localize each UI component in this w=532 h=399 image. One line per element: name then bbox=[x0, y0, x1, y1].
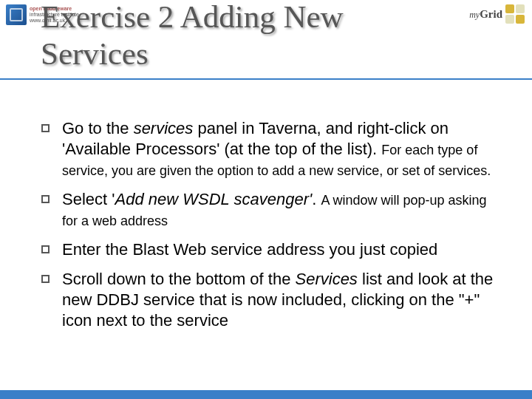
text-italic: services bbox=[134, 119, 194, 137]
grid-icon bbox=[505, 4, 525, 24]
mygrid-my: my bbox=[469, 10, 480, 20]
text: Go to the bbox=[62, 119, 134, 137]
cube-icon bbox=[6, 4, 27, 25]
mygrid-logo: myGrid bbox=[469, 4, 525, 24]
slide: { "header": { "title": "Exercise 2 Addin… bbox=[0, 0, 532, 399]
bullet-4: Scroll down to the bottom of the Service… bbox=[37, 269, 502, 331]
title-rule bbox=[0, 78, 532, 80]
text: Enter the Blast Web service address you … bbox=[62, 240, 437, 259]
text-italic: Services bbox=[296, 270, 358, 288]
bullet-2: Select 'Add new WSDL scavenger'. A windo… bbox=[37, 189, 502, 231]
mygrid-grid: Grid bbox=[480, 8, 502, 20]
bullet-3: Enter the Blast Web service address you … bbox=[37, 239, 502, 260]
slide-title: Exercise 2 Adding New Services bbox=[41, 0, 454, 72]
footer-bar bbox=[0, 390, 532, 399]
mygrid-text: myGrid bbox=[469, 8, 502, 21]
text: Scroll down to the bottom of the bbox=[62, 270, 296, 288]
slide-body: Go to the services panel in Taverna, and… bbox=[37, 118, 502, 340]
text-italic: Add new WSDL scavenger' bbox=[115, 190, 312, 208]
text: Select ' bbox=[62, 190, 115, 208]
text: . bbox=[312, 190, 321, 208]
bullet-1: Go to the services panel in Taverna, and… bbox=[37, 118, 502, 180]
